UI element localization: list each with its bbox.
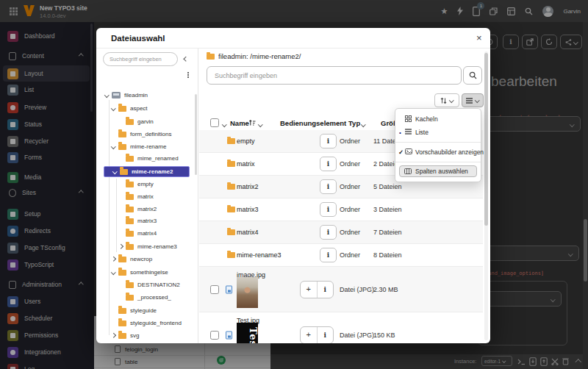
folder-icon xyxy=(118,333,126,339)
image-file-icon xyxy=(226,331,232,339)
info-button[interactable]: i xyxy=(320,157,337,171)
tree-node-aspect[interactable]: aspect xyxy=(112,103,148,114)
tree-node-processed[interactable]: _processed_ xyxy=(119,292,171,303)
folder-icon xyxy=(118,106,126,112)
folder-icon xyxy=(126,182,134,187)
folder-icon xyxy=(126,218,134,224)
menu-item-thumbnails[interactable]: ✓ Vorschaubilder anzeigen xyxy=(395,146,481,159)
selection-dropdown-icon[interactable] xyxy=(222,122,226,126)
list-view-icon xyxy=(466,98,473,104)
folder-icon xyxy=(118,257,126,262)
view-mode-dropdown: Kacheln • Liste ✓ Vorschaubilder anzeige… xyxy=(395,108,481,182)
tree-guide xyxy=(109,100,110,335)
file-row-image-jpg[interactable]: image.jpg + i Datei (JPG)2.30 MB xyxy=(199,267,483,312)
info-button[interactable]: i xyxy=(317,327,334,343)
tree-scrollbar-thumb[interactable] xyxy=(195,94,197,175)
folder-icon xyxy=(118,132,126,137)
image-thumbnail[interactable]: Test xyxy=(237,323,258,343)
check-icon: ✓ xyxy=(398,148,404,156)
tree-node-mime-rename2-selected[interactable]: mime-rename2 xyxy=(104,166,190,177)
tree-node-garvin[interactable]: garvin xyxy=(119,116,154,127)
name-sort-dropdown-icon[interactable] xyxy=(258,122,262,126)
folder-icon xyxy=(126,194,134,200)
folder-icon xyxy=(118,144,126,150)
file-row-matrix3[interactable]: matrix3 i Ordner3 Dateien xyxy=(199,198,483,221)
tree-node-styleguide-frontend[interactable]: styleguide_frontend xyxy=(112,318,182,329)
tree-node-styleguide[interactable]: styleguide xyxy=(112,305,157,316)
row-checkbox[interactable] xyxy=(210,331,219,340)
info-button[interactable]: i xyxy=(320,134,337,148)
tree-node-matrix3[interactable]: matrix3 xyxy=(119,215,157,226)
info-button[interactable]: i xyxy=(317,282,334,298)
tree-search-input[interactable] xyxy=(103,52,178,66)
tree-node-form-definitions[interactable]: form_definitions xyxy=(112,129,171,140)
menu-item-list[interactable]: • Liste xyxy=(395,126,481,139)
row-checkbox[interactable] xyxy=(210,285,219,294)
folder-icon xyxy=(227,138,235,144)
image-thumbnail[interactable] xyxy=(237,277,258,308)
tree-node-mime-rename[interactable]: mime-rename xyxy=(112,141,166,152)
tree-node-somethingelse[interactable]: somethingelse xyxy=(112,267,168,278)
row-button-group: + i xyxy=(300,326,334,344)
info-button[interactable]: i xyxy=(320,225,337,240)
tree-node-newcrop[interactable]: newcrop xyxy=(112,254,152,265)
tiles-icon xyxy=(405,115,412,122)
folder-icon xyxy=(118,320,126,326)
add-file-button[interactable]: + xyxy=(301,282,317,298)
tree-node-empty[interactable]: empty xyxy=(119,179,154,190)
folder-icon xyxy=(126,244,134,250)
folder-icon xyxy=(126,231,134,237)
tree-node-matrix[interactable]: matrix xyxy=(119,191,154,202)
view-mode-button[interactable] xyxy=(462,93,484,107)
folder-icon xyxy=(120,169,128,175)
folder-icon xyxy=(227,229,235,235)
folder-icon xyxy=(227,161,235,167)
tree-node-matrix4[interactable]: matrix4 xyxy=(119,228,157,239)
folder-icon xyxy=(126,282,134,288)
add-file-button[interactable]: + xyxy=(301,327,317,343)
folder-icon xyxy=(126,156,134,162)
menu-divider xyxy=(395,142,481,143)
folder-icon xyxy=(126,119,134,125)
modal-header: Dateiauswahl × xyxy=(96,28,490,49)
tree-node-svg[interactable]: svg xyxy=(112,330,139,341)
sort-order-button[interactable] xyxy=(434,93,459,107)
list-scrollbar-thumb[interactable] xyxy=(484,53,488,226)
folder-icon xyxy=(227,207,235,212)
select-all-checkbox[interactable] xyxy=(210,118,219,127)
row-button-group: + i xyxy=(300,281,334,298)
list-icon xyxy=(405,129,412,135)
menu-item-select-columns[interactable]: Spalten auswählen xyxy=(399,165,477,177)
column-header-name[interactable]: Name xyxy=(230,119,249,127)
sort-asc-icon[interactable] xyxy=(248,119,256,126)
columns-icon xyxy=(404,168,412,174)
file-row-matrix4[interactable]: matrix4 i Ordner7 Dateien xyxy=(199,221,483,244)
tree-node-destination2[interactable]: DESTINATION2 xyxy=(119,279,180,290)
info-button[interactable]: i xyxy=(320,202,337,217)
file-row-mime-rename3[interactable]: mime-rename3 i Ordner8 Dateien xyxy=(199,244,483,267)
file-row-test-jpg[interactable]: Test.jpg Test + i Datei (JPG)150 KB xyxy=(199,312,483,343)
storage-icon xyxy=(112,92,121,98)
type-sort-dropdown-icon[interactable] xyxy=(361,122,365,126)
tree-node-fileadmin[interactable]: fileadmin xyxy=(105,90,148,101)
column-header-type[interactable]: Typ xyxy=(348,119,360,127)
folder-icon xyxy=(118,308,126,314)
tree-node-mime-rename3[interactable]: mime-rename3 xyxy=(119,241,177,252)
menu-item-tiles[interactable]: Kacheln xyxy=(395,112,481,126)
column-header-control: Bedienungselement xyxy=(280,119,346,127)
close-icon[interactable]: × xyxy=(476,32,482,43)
folder-icon xyxy=(118,270,126,276)
tree-node-matrix2[interactable]: matrix2 xyxy=(119,204,157,215)
info-button[interactable]: i xyxy=(320,179,337,194)
image-icon xyxy=(405,148,412,154)
file-search-input[interactable] xyxy=(207,66,462,85)
search-button[interactable] xyxy=(463,66,482,85)
tree-options-icon[interactable] xyxy=(187,72,189,74)
folder-icon xyxy=(227,252,235,258)
tree-node-mime-renamed[interactable]: mime_renamed xyxy=(119,153,179,164)
file-selector-modal: Dateiauswahl × fileadmin aspect garvin f… xyxy=(96,28,490,343)
selected-bullet: • xyxy=(399,129,401,136)
folder-icon xyxy=(126,207,134,212)
breadcrumb: fileadmin: /mime-rename2/ xyxy=(218,52,301,60)
info-button[interactable]: i xyxy=(320,248,337,262)
